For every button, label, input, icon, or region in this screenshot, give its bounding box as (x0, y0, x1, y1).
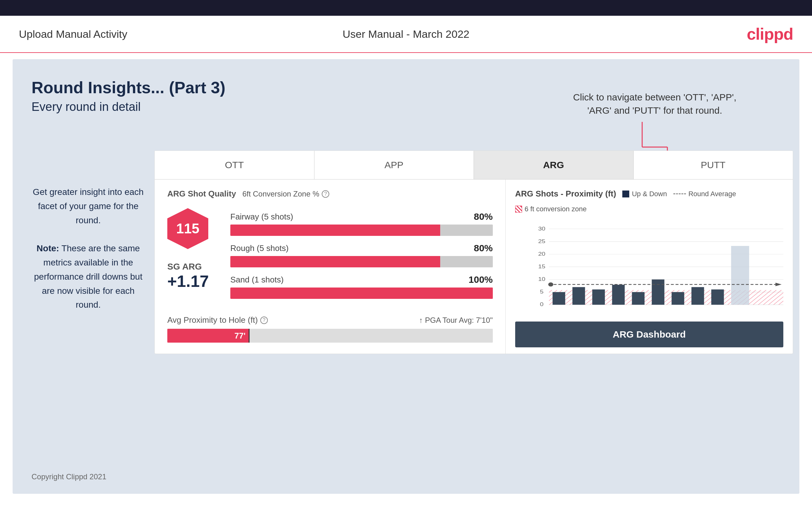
legend-up-down: Up & Down (622, 190, 667, 198)
svg-rect-22 (592, 289, 605, 305)
svg-rect-26 (671, 292, 684, 305)
top-bar (0, 0, 812, 16)
bar-fill-2 (230, 287, 493, 299)
bar-track-0 (230, 225, 493, 236)
bar-row-fairway: Fairway (5 shots) 80% (230, 211, 493, 236)
svg-point-31 (548, 282, 553, 287)
proximity-avg: ↑ PGA Tour Avg: 7'10" (419, 316, 493, 325)
chart-header: ARG Shots - Proximity (ft) Up & Down Rou… (515, 189, 783, 213)
chart-area: 0 5 10 15 20 25 30 (515, 220, 783, 318)
bar-track-1 (230, 256, 493, 267)
dash-left: ARG Shot Quality 6ft Conversion Zone % ?… (155, 179, 506, 354)
bar-pct-0: 80% (474, 211, 493, 222)
proximity-section: Avg Proximity to Hole (ft) ? ↑ PGA Tour … (167, 315, 493, 343)
bar-pct-2: 100% (468, 274, 493, 285)
svg-rect-21 (572, 287, 585, 305)
legend-round-avg: Round Average (673, 190, 736, 198)
section-header: ARG Shot Quality 6ft Conversion Zone % ? (167, 189, 493, 199)
bar-fill-1 (230, 256, 440, 267)
svg-text:20: 20 (538, 251, 546, 257)
chart-svg: 0 5 10 15 20 25 30 (531, 220, 783, 308)
tabs-container: OTT APP ARG PUTT (155, 151, 793, 179)
tab-ott[interactable]: OTT (155, 151, 314, 179)
svg-rect-20 (552, 292, 565, 305)
proximity-value: 77' (235, 331, 246, 341)
bar-label-0: Fairway (5 shots) (230, 212, 293, 222)
svg-text:5: 5 (540, 289, 543, 295)
shot-quality-label: ARG Shot Quality (167, 189, 236, 199)
arg-dashboard-button[interactable]: ARG Dashboard (515, 322, 783, 347)
note-label: Note: (37, 243, 59, 253)
dash-right: ARG Shots - Proximity (ft) Up & Down Rou… (506, 179, 793, 354)
dashboard-panel: OTT APP ARG PUTT ARG Shot Quality 6ft Co… (154, 151, 793, 354)
proximity-bar-fill: 77' (167, 329, 249, 343)
content-row: 115 SG ARG +1.17 Fairway (5 shots) 80% (167, 208, 493, 306)
sg-section: SG ARG +1.17 (167, 256, 221, 291)
tab-arg[interactable]: ARG (474, 151, 633, 179)
help-icon[interactable]: ? (322, 190, 329, 198)
svg-rect-29 (731, 246, 749, 305)
bar-label-2: Sand (1 shots) (230, 275, 284, 285)
dashboard-body: ARG Shot Quality 6ft Conversion Zone % ?… (155, 179, 793, 354)
svg-text:10: 10 (538, 276, 546, 282)
legend-square-icon (622, 190, 629, 198)
proximity-bar-track: 77' (167, 329, 493, 343)
svg-rect-24 (632, 292, 644, 305)
svg-text:0: 0 (540, 301, 543, 307)
svg-text:25: 25 (538, 238, 546, 244)
bar-track-2 (230, 287, 493, 299)
main-content: Round Insights... (Part 3) Every round i… (13, 59, 799, 494)
legend-conversion-zone: 6 ft conversion zone (515, 205, 587, 213)
svg-text:15: 15 (538, 264, 546, 270)
bar-pct-1: 80% (474, 243, 493, 253)
hex-badge: 115 (167, 208, 208, 249)
note-body: These are the same metrics available in … (34, 243, 142, 309)
legend-hatched-icon (515, 206, 522, 213)
bar-label-1: Rough (5 shots) (230, 243, 289, 253)
proximity-cursor (249, 329, 250, 343)
copyright: Copyright Clippd 2021 (32, 472, 106, 481)
svg-text:30: 30 (538, 225, 546, 231)
nav-hint-line1: Click to navigate between 'OTT', 'APP', (573, 91, 737, 104)
chart-title: ARG Shots - Proximity (ft) (515, 189, 616, 199)
svg-marker-32 (775, 283, 781, 286)
bar-row-rough: Rough (5 shots) 80% (230, 243, 493, 267)
legend-dashed-icon (673, 193, 686, 194)
bar-rows: Fairway (5 shots) 80% Rough (5 shots) (230, 208, 493, 306)
svg-rect-27 (691, 287, 704, 305)
header: Upload Manual Activity User Manual - Mar… (0, 16, 812, 53)
upload-label: Upload Manual Activity (19, 28, 127, 40)
logo: clippd (747, 24, 793, 44)
footer: Copyright Clippd 2021 (32, 472, 106, 481)
manual-label: User Manual - March 2022 (343, 28, 469, 40)
proximity-label: Avg Proximity to Hole (ft) ? (167, 315, 268, 325)
svg-rect-28 (711, 289, 724, 305)
insight-main: Get greater insight into each facet of y… (33, 187, 144, 225)
nav-hint-line2: 'ARG' and 'PUTT' for that round. (573, 104, 737, 117)
insight-text: Get greater insight into each facet of y… (32, 185, 145, 312)
sg-value: +1.17 (167, 272, 221, 291)
proximity-help-icon[interactable]: ? (260, 317, 268, 324)
svg-rect-23 (612, 285, 624, 304)
conversion-label: 6ft Conversion Zone % ? (242, 189, 329, 199)
bar-row-sand: Sand (1 shots) 100% (230, 274, 493, 299)
bar-fill-0 (230, 225, 440, 236)
tab-putt[interactable]: PUTT (633, 151, 793, 179)
tab-app[interactable]: APP (314, 151, 474, 179)
svg-rect-25 (652, 279, 664, 304)
sg-label: SG ARG (167, 262, 221, 272)
hex-sg-group: 115 SG ARG +1.17 (167, 208, 221, 291)
